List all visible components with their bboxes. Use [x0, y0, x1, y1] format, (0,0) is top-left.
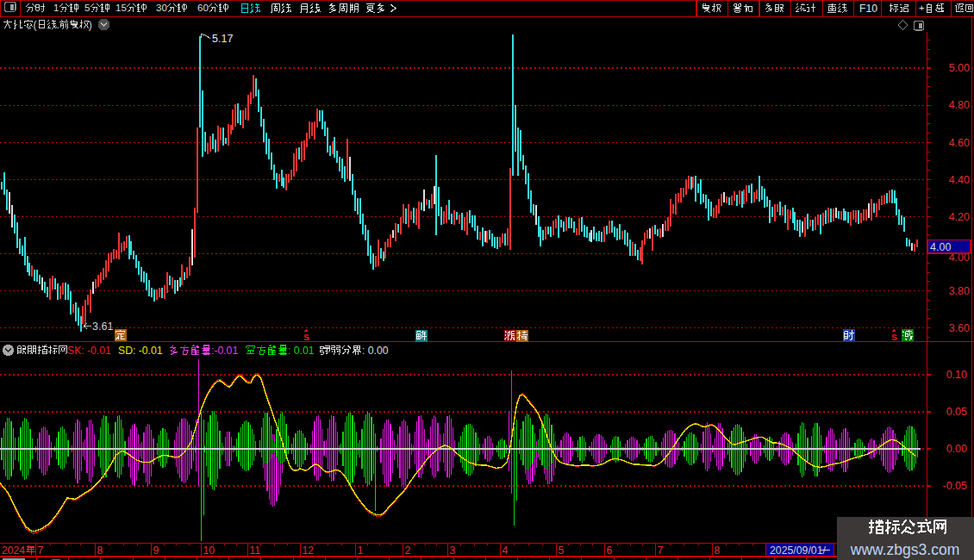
svg-text:7: 7: [658, 544, 664, 557]
svg-text:5.00: 5.00: [949, 62, 970, 74]
svg-text:SK: -0.01: SK: -0.01: [67, 345, 111, 357]
svg-text:1: 1: [53, 3, 59, 13]
svg-text:9: 9: [153, 544, 159, 557]
svg-text:: 0.00: : 0.00: [362, 345, 389, 357]
svg-text:: 0.01: : 0.01: [288, 345, 315, 357]
svg-text:SD: -0.01: SD: -0.01: [118, 345, 163, 357]
svg-text:F10: F10: [859, 3, 877, 15]
svg-text:6: 6: [607, 544, 613, 557]
svg-text:): ): [89, 19, 92, 31]
svg-text:2: 2: [405, 544, 411, 557]
svg-text:4.40: 4.40: [949, 174, 970, 186]
svg-text:1: 1: [358, 544, 364, 557]
svg-text:(: (: [33, 19, 36, 31]
svg-text:s: s: [891, 331, 897, 343]
svg-text:11: 11: [250, 544, 261, 557]
svg-text:3: 3: [450, 544, 456, 557]
svg-text:3.80: 3.80: [949, 285, 970, 297]
svg-text:5: 5: [84, 3, 90, 13]
svg-text:8: 8: [97, 544, 103, 557]
svg-text:+: +: [919, 3, 925, 13]
svg-text:5: 5: [559, 544, 565, 557]
svg-text:5.17: 5.17: [212, 33, 233, 45]
svg-text:0.05: 0.05: [946, 406, 967, 418]
svg-text:.: .: [56, 19, 59, 31]
svg-text:2024: 2024: [2, 544, 25, 557]
svg-text:4.60: 4.60: [949, 137, 970, 149]
svg-text:4.80: 4.80: [949, 99, 970, 111]
svg-text:10: 10: [203, 544, 215, 557]
svg-text:4.20: 4.20: [949, 211, 970, 223]
svg-text:4: 4: [503, 544, 509, 557]
svg-text:7: 7: [38, 544, 44, 557]
svg-text:60: 60: [197, 3, 209, 13]
svg-text:15: 15: [116, 3, 127, 13]
svg-text:8: 8: [715, 544, 721, 557]
svg-text:0.00: 0.00: [946, 443, 967, 455]
svg-text:3.61: 3.61: [92, 320, 113, 333]
svg-text:0.10: 0.10: [946, 369, 967, 381]
svg-text:4.00: 4.00: [930, 241, 951, 253]
svg-text:3.60: 3.60: [949, 322, 970, 334]
svg-text:12: 12: [303, 544, 315, 557]
svg-text:s: s: [303, 331, 309, 343]
svg-text:-0.05: -0.05: [943, 480, 968, 492]
svg-text:2025/09/01/: 2025/09/01/: [770, 544, 827, 557]
svg-text::-0.01: :-0.01: [211, 345, 238, 357]
svg-text:www.zbgs3.com: www.zbgs3.com: [850, 541, 959, 558]
svg-text:30: 30: [156, 3, 167, 13]
